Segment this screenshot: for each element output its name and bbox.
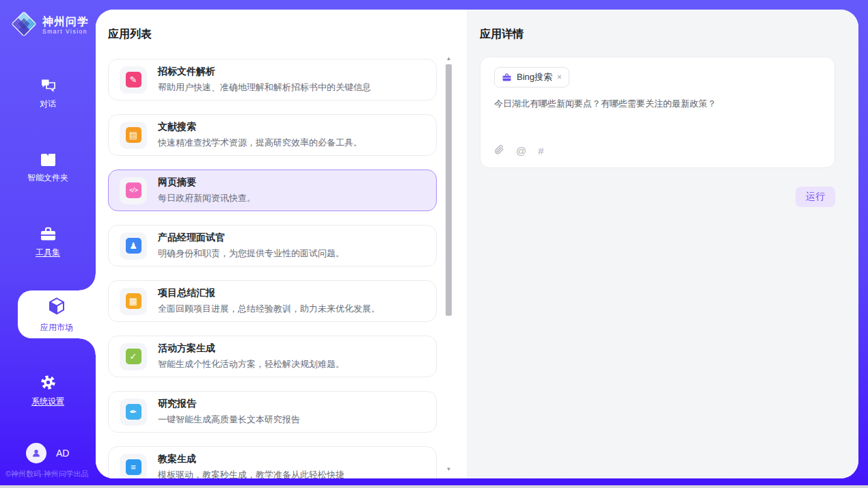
briefcase-icon bbox=[0, 226, 96, 243]
folder-icon bbox=[0, 152, 96, 168]
scrollbar-down-arrow[interactable]: ▼ bbox=[445, 465, 452, 473]
sidebar-item-对话[interactable]: 对话 bbox=[0, 77, 96, 110]
books-icon: ≡ bbox=[126, 459, 141, 475]
close-icon[interactable]: × bbox=[557, 72, 562, 82]
sidebar-item-label: 对话 bbox=[0, 98, 96, 110]
gear-icon bbox=[0, 373, 96, 392]
app-card-description: 快速精准查找学术资源，提高研究效率的必备工具。 bbox=[158, 137, 362, 149]
sidebar-item-label: 系统设置 bbox=[0, 396, 96, 407]
app-list: ✎招标文件解析帮助用户快速、准确地理解和解析招标书中的关键信息▤文献搜索快速精准… bbox=[108, 59, 455, 478]
app-icon-tile: ✒ bbox=[120, 398, 147, 426]
tool-tag-bing[interactable]: Bing搜索 × bbox=[494, 67, 569, 87]
query-input[interactable]: 今日湖北有哪些新闻要点？有哪些需要关注的最新政策？ bbox=[494, 98, 821, 144]
active-tab-notch-top bbox=[79, 274, 96, 290]
main-panel: 应用列表 ✎招标文件解析帮助用户快速、准确地理解和解析招标书中的关键信息▤文献搜… bbox=[96, 10, 858, 478]
tool-tag-label: Bing搜索 bbox=[517, 71, 552, 83]
clipboard-check-icon: ✓ bbox=[126, 349, 141, 364]
app-card-title: 项目总结汇报 bbox=[158, 287, 380, 299]
hashtag-icon[interactable]: # bbox=[538, 146, 543, 156]
app-card-招标文件解析[interactable]: ✎招标文件解析帮助用户快速、准确地理解和解析招标书中的关键信息 bbox=[108, 59, 437, 100]
app-detail-panel: 应用详情 Bing搜索 × 今日湖北有哪些新闻要点？有哪些需要关注的最新政策？ bbox=[467, 10, 858, 478]
attachment-icon[interactable] bbox=[494, 144, 504, 157]
app-icon-tile: ♟ bbox=[120, 232, 147, 260]
app-card-title: 教案生成 bbox=[158, 453, 344, 465]
app-card-description: 一键智能生成高质量长文本研究报告 bbox=[158, 414, 300, 426]
window-bottom-strip bbox=[0, 485, 868, 488]
sidebar-item-系统设置[interactable]: 系统设置 bbox=[0, 373, 96, 407]
app-card-description: 模板驱动，教案秒生成，教学准备从此轻松快捷 bbox=[158, 469, 344, 478]
sidebar: 神州问学 Smart Vision 对话智能文件夹工具集应用市场系统设置 AD … bbox=[0, 0, 96, 488]
briefcase-icon bbox=[502, 72, 512, 83]
scrollbar[interactable]: ▲ ▼ bbox=[445, 55, 452, 473]
active-tab-notch-bottom bbox=[79, 338, 96, 355]
app-icon-tile: ▤ bbox=[120, 122, 147, 149]
app-card-description: 每日政府新闻资讯快查。 bbox=[158, 192, 256, 204]
app-detail-title: 应用详情 bbox=[480, 27, 835, 42]
app-card-网页摘要[interactable]: </>网页摘要每日政府新闻资讯快查。 bbox=[108, 170, 437, 211]
mention-icon[interactable]: @ bbox=[516, 146, 526, 156]
app-icon-tile: ▦ bbox=[120, 288, 147, 315]
app-icon-tile: </> bbox=[120, 177, 147, 204]
app-icon-tile: ✓ bbox=[120, 343, 147, 370]
scrollbar-up-arrow[interactable]: ▲ bbox=[445, 55, 452, 62]
app-card-title: 活动方案生成 bbox=[158, 342, 344, 355]
app-card-title: 研究报告 bbox=[158, 398, 300, 410]
app-card-项目总结汇报[interactable]: ▦项目总结汇报全面回顾项目进展，总结经验教训，助力未来优化发展。 bbox=[108, 280, 437, 322]
app-card-title: 产品经理面试官 bbox=[158, 232, 344, 244]
app-icon-tile: ✎ bbox=[120, 66, 147, 94]
app-card-description: 帮助用户快速、准确地理解和解析招标书中的关键信息 bbox=[158, 81, 371, 94]
app-card-title: 招标文件解析 bbox=[158, 66, 371, 78]
app-card-产品经理面试官[interactable]: ♟产品经理面试官明确身份和职责，为您提供专业性的面试问题。 bbox=[108, 225, 437, 267]
pen-square-icon: ✎ bbox=[126, 72, 141, 87]
sidebar-item-智能文件夹[interactable]: 智能文件夹 bbox=[0, 152, 96, 184]
app-card-title: 文献搜索 bbox=[158, 121, 362, 133]
copyright-text: ©神州数码·神州问学出品 bbox=[5, 469, 97, 479]
app-card-文献搜索[interactable]: ▤文献搜索快速精准查找学术资源，提高研究效率的必备工具。 bbox=[108, 114, 437, 156]
diamond-logo-icon bbox=[11, 11, 37, 40]
app-card-description: 全面回顾项目进展，总结经验教训，助力未来优化发展。 bbox=[158, 303, 380, 315]
app-card-活动方案生成[interactable]: ✓活动方案生成智能生成个性化活动方案，轻松解决规划难题。 bbox=[108, 336, 437, 377]
sidebar-item-label: 智能文件夹 bbox=[0, 172, 96, 184]
brand-subtitle: Smart Vision bbox=[42, 28, 89, 35]
cube-icon bbox=[46, 296, 67, 319]
app-card-description: 智能生成个性化活动方案，轻松解决规划难题。 bbox=[158, 358, 344, 370]
app-icon-tile: ≡ bbox=[120, 454, 147, 479]
app-card-教案生成[interactable]: ≡教案生成模板驱动，教案秒生成，教学准备从此轻松快捷 bbox=[108, 446, 437, 478]
sidebar-item-应用市场[interactable]: 应用市场 bbox=[18, 290, 96, 338]
run-button[interactable]: 运行 bbox=[796, 187, 835, 207]
app-card-title: 网页摘要 bbox=[158, 176, 256, 189]
app-list-title: 应用列表 bbox=[108, 27, 455, 42]
brand-name: 神州问学 bbox=[42, 16, 89, 27]
chat-icon bbox=[0, 77, 96, 94]
quill-icon: ✒ bbox=[126, 404, 141, 420]
sidebar-item-label: 应用市场 bbox=[40, 322, 73, 334]
browser-code-icon: </> bbox=[126, 182, 141, 198]
person-icon bbox=[31, 448, 42, 459]
user-row[interactable]: AD bbox=[26, 443, 69, 463]
interviewer-icon: ♟ bbox=[126, 238, 141, 254]
sidebar-item-工具集[interactable]: 工具集 bbox=[0, 226, 96, 258]
avatar[interactable] bbox=[26, 443, 46, 463]
book-icon: ▤ bbox=[126, 127, 141, 143]
calendar-report-icon: ▦ bbox=[126, 293, 141, 309]
prompt-card[interactable]: Bing搜索 × 今日湖北有哪些新闻要点？有哪些需要关注的最新政策？ @ # bbox=[480, 57, 835, 168]
sidebar-item-label: 工具集 bbox=[0, 247, 96, 258]
app-card-研究报告[interactable]: ✒研究报告一键智能生成高质量长文本研究报告 bbox=[108, 391, 437, 433]
user-initials: AD bbox=[56, 448, 69, 459]
input-toolbar: @ # bbox=[494, 144, 821, 159]
scrollbar-thumb[interactable] bbox=[446, 64, 452, 316]
app-card-description: 明确身份和职责，为您提供专业性的面试问题。 bbox=[158, 247, 344, 260]
brand: 神州问学 Smart Vision bbox=[11, 11, 89, 40]
app-list-panel: 应用列表 ✎招标文件解析帮助用户快速、准确地理解和解析招标书中的关键信息▤文献搜… bbox=[96, 10, 467, 478]
